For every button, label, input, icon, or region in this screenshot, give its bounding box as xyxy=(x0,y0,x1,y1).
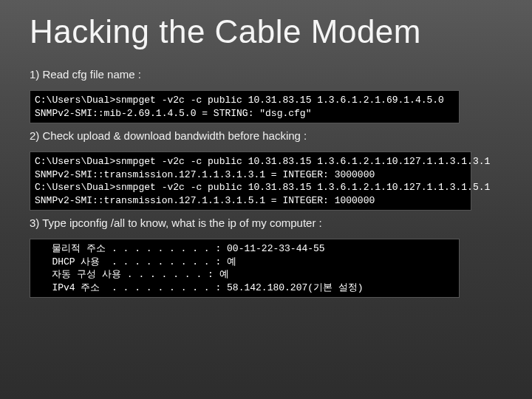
step-2-label: 2) Check upload & download bandwidth bef… xyxy=(30,129,502,142)
terminal-output-1: C:\Users\Dual>snmpget -v2c -c public 10.… xyxy=(30,90,460,123)
step-3-label: 3) Type ipconfig /all to know, what is t… xyxy=(30,216,502,229)
step-1-label: 1) Read cfg file name : xyxy=(30,68,502,81)
terminal-output-2: C:\Users\Dual>snmpget -v2c -c public 10.… xyxy=(30,151,471,211)
slide: Hacking the Cable Modem 1) Read cfg file… xyxy=(0,0,532,399)
page-title: Hacking the Cable Modem xyxy=(30,13,502,50)
terminal-output-3: 물리적 주소 . . . . . . . . . : 00-11-22-33-4… xyxy=(30,239,460,298)
